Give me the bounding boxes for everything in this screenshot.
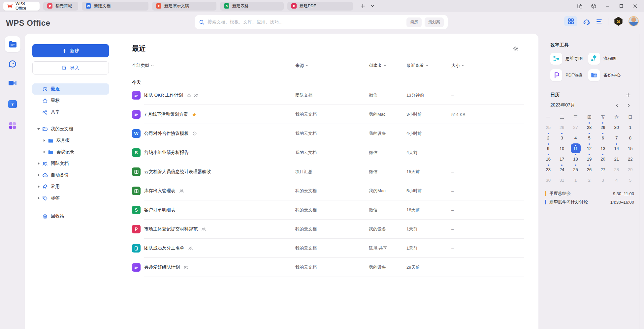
- calendar-event[interactable]: 新季度学习计划讨论 14:30–16:00: [545, 198, 634, 206]
- calendar-day-selected[interactable]: 11: [569, 143, 582, 154]
- calendar-day[interactable]: 28: [582, 122, 596, 133]
- calendar-day[interactable]: 13: [596, 143, 610, 154]
- calendar-day[interactable]: 29: [624, 164, 637, 175]
- gear-icon[interactable]: [513, 46, 519, 51]
- filter-4[interactable]: 大小: [451, 63, 524, 69]
- calendar-day[interactable]: 30: [541, 175, 555, 185]
- tab-list-chevron-icon[interactable]: [370, 4, 374, 8]
- sidebar-item-1[interactable]: 星标: [32, 95, 109, 106]
- sidebar-tree-item-6[interactable]: 标签: [32, 193, 109, 204]
- tool-1[interactable]: 流程图: [588, 53, 626, 65]
- tool-0[interactable]: 思维导图: [550, 53, 588, 65]
- rail-item-calendar[interactable]: 7: [8, 100, 17, 108]
- calendar-day[interactable]: 31: [555, 175, 568, 185]
- chevron-right-icon[interactable]: [41, 139, 48, 142]
- cube-button[interactable]: [591, 3, 596, 9]
- calendar-day[interactable]: 1: [624, 122, 637, 133]
- chevron-right-icon[interactable]: [35, 162, 42, 165]
- calendar-day[interactable]: 27: [569, 122, 582, 133]
- chevron-right-icon[interactable]: [35, 185, 42, 188]
- new-tab-button[interactable]: [360, 4, 365, 9]
- import-button[interactable]: 导入: [32, 61, 109, 75]
- file-row[interactable]: S 营销小组业绩分析报告 我的云文档 微信 4天前 –: [132, 143, 524, 162]
- chevron-down-icon[interactable]: [35, 128, 42, 130]
- tab-sheets[interactable]: S 新建表格: [220, 2, 284, 11]
- calendar-day[interactable]: 8: [624, 133, 637, 143]
- tab-slides[interactable]: P 新建演示文稿: [152, 2, 216, 11]
- calendar-day[interactable]: 16: [541, 154, 555, 164]
- search-tag-chip[interactable]: 策划案: [425, 17, 444, 27]
- file-row[interactable]: 云文档管人员信息统计表理器验收 项目汇总 微信 15天前 –: [132, 162, 524, 181]
- calendar-day[interactable]: 12: [582, 143, 596, 154]
- close-button[interactable]: [632, 3, 638, 9]
- avatar[interactable]: [628, 16, 639, 26]
- calendar-day[interactable]: 3: [555, 133, 568, 143]
- calendar-day[interactable]: 6: [596, 133, 610, 143]
- calendar-day[interactable]: 4: [610, 175, 623, 185]
- search-tag-chip[interactable]: 简历: [406, 17, 422, 27]
- calendar-event[interactable]: 季度总结会 9:30–11:00: [545, 189, 634, 198]
- calendar-day[interactable]: 24: [555, 164, 568, 175]
- filter-0[interactable]: 全部类型: [132, 63, 295, 69]
- rail-item-documents[interactable]: [5, 36, 20, 52]
- file-row[interactable]: 团队成员及分工名单 我的云文档 陈旭 共享 1天前 –: [132, 239, 524, 258]
- new-document-button[interactable]: 新建: [32, 44, 109, 57]
- calendar-day[interactable]: 9: [541, 143, 555, 154]
- filter-2[interactable]: 创建者: [369, 63, 406, 69]
- calendar-add-icon[interactable]: [626, 92, 631, 98]
- tool-3[interactable]: 备份中心: [588, 69, 626, 81]
- calendar-day[interactable]: 28: [610, 164, 623, 175]
- calendar-next-icon[interactable]: [627, 103, 631, 107]
- tab-pdf[interactable]: P 新建PDF: [287, 2, 353, 11]
- calendar-day[interactable]: 3: [596, 175, 610, 185]
- calendar-day[interactable]: 29: [596, 122, 610, 133]
- calendar-day[interactable]: 23: [541, 164, 555, 175]
- rail-item-chat[interactable]: [8, 59, 17, 69]
- calendar-day[interactable]: 25: [569, 164, 582, 175]
- calendar-day[interactable]: 4: [569, 133, 582, 143]
- sidebar-tree-item-5[interactable]: 常用: [32, 181, 109, 192]
- minimize-button[interactable]: [604, 3, 610, 9]
- file-row[interactable]: 7 月线下活动策划方案 我的云文档 我的Mac 3小时前 514 KB: [132, 105, 524, 124]
- file-row[interactable]: 兴趣爱好组队计划 我的云文档 我的设备 29天前 –: [132, 258, 524, 277]
- tab-writer[interactable]: W 新建文档: [82, 2, 148, 11]
- filter-3[interactable]: 最近查看: [406, 63, 451, 69]
- calendar-day[interactable]: 10: [555, 143, 568, 154]
- tab-wps[interactable]: WPS Office: [3, 2, 40, 11]
- calendar-day[interactable]: 14: [610, 143, 623, 154]
- global-search-input[interactable]: 搜索文档、模板、文库、应用、技巧... 简历策划案: [195, 15, 448, 29]
- calendar-day[interactable]: 5: [624, 175, 637, 185]
- calendar-day[interactable]: 18: [569, 154, 582, 164]
- chevron-right-icon[interactable]: [41, 151, 48, 153]
- calendar-day[interactable]: 20: [596, 154, 610, 164]
- calendar-day[interactable]: 17: [555, 154, 568, 164]
- support-headset-button[interactable]: [583, 18, 590, 25]
- sidebar-item-trash[interactable]: 回收站: [32, 211, 109, 222]
- calendar-day[interactable]: 27: [596, 164, 610, 175]
- file-row[interactable]: W 公司对外合作协议模板 我的云文档 我的设备 4小时前 –: [132, 124, 524, 143]
- calendar-day[interactable]: 2: [541, 133, 555, 143]
- menu-button[interactable]: [596, 18, 602, 25]
- calendar-day[interactable]: 21: [610, 154, 623, 164]
- membership-badge-icon[interactable]: S: [614, 17, 623, 26]
- chevron-right-icon[interactable]: [35, 174, 42, 176]
- calendar-day[interactable]: 15: [624, 143, 637, 154]
- maximize-button[interactable]: [618, 3, 624, 9]
- calendar-day[interactable]: 7: [610, 133, 623, 143]
- sidebar-tree-item-1[interactable]: 双月报: [32, 135, 109, 146]
- rail-item-apps[interactable]: [8, 121, 17, 130]
- calendar-day[interactable]: 26: [555, 122, 568, 133]
- calendar-day[interactable]: 5: [582, 133, 596, 143]
- tab-docer[interactable]: 稻壳商城: [43, 2, 78, 11]
- sidebar-item-0[interactable]: 最近: [32, 83, 109, 95]
- calendar-day[interactable]: 2: [582, 175, 596, 185]
- sidebar-tree-item-2[interactable]: 会议记录: [32, 146, 109, 158]
- filter-1[interactable]: 来源: [295, 63, 369, 69]
- calendar-day[interactable]: 22: [624, 154, 637, 164]
- file-row[interactable]: S 客户订单明细表 我的云文档 微信 18天前 –: [132, 200, 524, 220]
- sidebar-tree-item-0[interactable]: 我的云文档: [32, 123, 109, 135]
- file-row[interactable]: 库存出入管理表 我的云文档 我的Mac 5小时前 –: [132, 181, 524, 200]
- tool-2[interactable]: PDF转换: [550, 69, 588, 81]
- file-row[interactable]: P 市场主体登记提交材料规范 我的云文档 我的设备 1天前 –: [132, 220, 524, 239]
- rail-item-meeting[interactable]: [8, 79, 17, 87]
